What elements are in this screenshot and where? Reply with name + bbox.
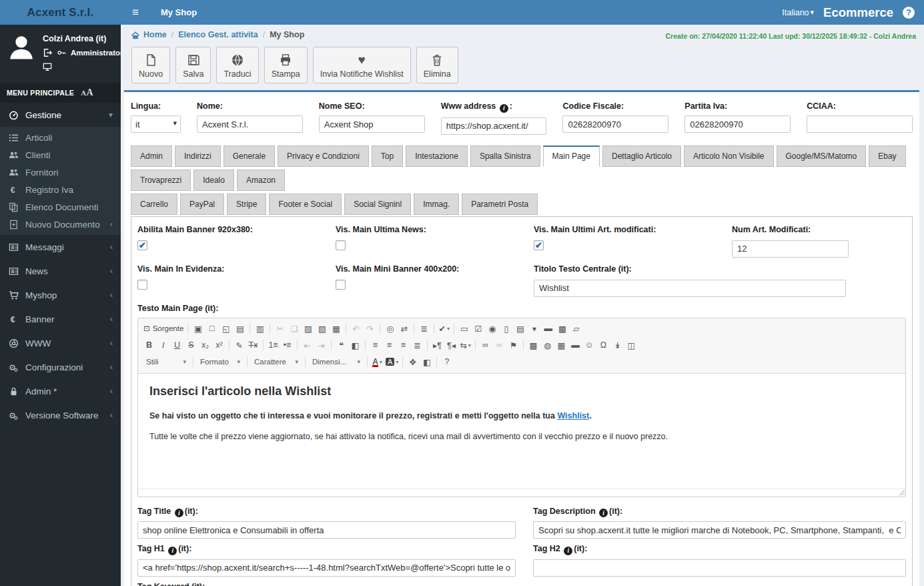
cke-bidi-ltr-icon[interactable]: ▸¶ xyxy=(430,338,444,352)
cke-align-right-icon[interactable]: ≡ xyxy=(396,338,410,352)
editor-content[interactable]: Inserisci l'articolo nella Wishlist Se h… xyxy=(138,374,905,489)
stampa-button[interactable]: Stampa xyxy=(264,47,308,83)
cke-textarea-field-icon[interactable]: ▤ xyxy=(513,322,527,336)
tab-spalla-sinistra[interactable]: Spalla Sinistra xyxy=(470,145,540,167)
cke-paste-word-icon[interactable]: ▦ xyxy=(329,322,343,336)
tab-indirizzi[interactable]: Indirizzi xyxy=(175,145,221,167)
cke-copy-icon[interactable]: ❏ xyxy=(287,322,301,336)
cke-superscript-icon[interactable]: x² xyxy=(212,338,226,352)
cke-templates-icon[interactable]: ▥ xyxy=(253,322,267,336)
cke-table-icon[interactable]: ▦ xyxy=(554,338,568,352)
vis-main-in-evidenza-checkbox[interactable] xyxy=(137,280,147,290)
cke-cut-icon[interactable]: ✂ xyxy=(273,322,287,336)
tab-dettaglio-articolo[interactable]: Dettaglio Articolo xyxy=(602,145,681,167)
breadcrumb-elenco[interactable]: Elenco Gest. attivita xyxy=(178,30,258,39)
cke-about-icon[interactable]: ? xyxy=(440,355,454,369)
sidebar-item-myshop[interactable]: Myshop‹ xyxy=(0,283,121,307)
cke-bidi-rtl-icon[interactable]: ¶◂ xyxy=(444,338,458,352)
cke-new-page-icon[interactable]: □ xyxy=(205,322,219,336)
tab-main-page[interactable]: Main Page xyxy=(543,145,600,167)
cke-copy-format-icon[interactable]: ✎ xyxy=(232,338,246,352)
tab-articolo-non-visibile[interactable]: Articolo Non Visibile xyxy=(684,145,774,167)
cke-page-break-icon[interactable]: ↡ xyxy=(610,338,624,352)
cke-italic-icon[interactable]: I xyxy=(156,338,170,352)
cke-format-combo[interactable]: Formato▾ xyxy=(196,355,244,369)
cke-size-combo[interactable]: Dimensi...▾ xyxy=(308,355,364,369)
cke-paste-icon[interactable]: ▨ xyxy=(301,322,315,336)
vis-main-mini-banner-400x200-checkbox[interactable] xyxy=(336,280,346,290)
cke-font-combo[interactable]: Carattere▾ xyxy=(250,355,302,369)
cke-source-icon[interactable]: ⊡Sorgente xyxy=(142,322,185,336)
cke-image-icon[interactable]: ▩ xyxy=(526,338,540,352)
tab-privacy-e-condizioni[interactable]: Privacy e Condizioni xyxy=(278,145,369,167)
cke-outdent-icon[interactable]: ⇤ xyxy=(300,338,314,352)
tab-footer-e-social[interactable]: Footer e Social xyxy=(269,194,342,215)
cke-numbered-list-icon[interactable]: 1≡ xyxy=(266,338,280,352)
abilita-main-banner-920x380-checkbox[interactable]: ✔ xyxy=(137,240,147,250)
cke-checkbox-field-icon[interactable]: ☑ xyxy=(471,322,485,336)
tab-amazon[interactable]: Amazon xyxy=(237,170,285,191)
cke-align-left-icon[interactable]: ≡ xyxy=(368,338,382,352)
tab-top[interactable]: Top xyxy=(372,145,403,167)
cke-horizontal-rule-icon[interactable]: ▬ xyxy=(568,338,582,352)
cke-remove-format-icon[interactable]: Tx xyxy=(246,338,260,352)
tab-admin[interactable]: Admin xyxy=(131,145,172,167)
cke-bulleted-list-icon[interactable]: •≡ xyxy=(280,338,294,352)
cke-anchor-icon[interactable]: ⚑ xyxy=(506,338,520,352)
invia-notifiche-wishlist-button[interactable]: ♥Invia Notifiche Wishlist xyxy=(313,47,411,83)
sidebar-item-versione-software[interactable]: ⚙⚙Versione Software‹ xyxy=(0,403,121,427)
cke-show-blocks-icon[interactable]: ◧ xyxy=(420,355,434,369)
sidebar-item-admin[interactable]: Admin *‹ xyxy=(0,379,121,403)
cke-indent-icon[interactable]: ⇥ xyxy=(314,338,328,352)
cke-hidden-field-icon[interactable]: ▱ xyxy=(569,322,583,336)
sidebar-item-banner[interactable]: €Banner‹ xyxy=(0,307,121,331)
cke-replace-icon[interactable]: ⇄ xyxy=(397,322,411,336)
cke-bold-icon[interactable]: B xyxy=(142,338,156,352)
sidebar-toggle-icon[interactable]: ≡ xyxy=(121,6,150,19)
monitor-icon[interactable] xyxy=(43,62,52,71)
cke-bg-color-icon[interactable]: A▾ xyxy=(384,355,400,369)
cke-special-char-icon[interactable]: Ω xyxy=(596,338,610,352)
cke-preview-icon[interactable]: ◱ xyxy=(219,322,233,336)
tab-parametri-posta[interactable]: Parametri Posta xyxy=(462,194,538,215)
sidebar-item-messaggi[interactable]: Messaggi‹ xyxy=(0,235,121,259)
traduci-button[interactable]: Traduci xyxy=(216,47,258,83)
cke-radio-field-icon[interactable]: ◉ xyxy=(485,322,499,336)
cke-text-field-icon[interactable]: ▯ xyxy=(499,322,513,336)
tab-ebay[interactable]: Ebay xyxy=(869,145,905,167)
nome-input[interactable] xyxy=(197,115,303,133)
cke-flash-icon[interactable]: ◍ xyxy=(540,338,554,352)
sidebar-item-articoli[interactable]: Articoli xyxy=(0,129,121,146)
sidebar-item-nuovo-documento[interactable]: Nuovo Documento‹ xyxy=(0,216,121,233)
cke-undo-icon[interactable]: ↶ xyxy=(349,322,363,336)
cke-underline-icon[interactable]: U xyxy=(170,338,184,352)
partita-iva-input[interactable] xyxy=(684,115,791,133)
nome-seo-input[interactable] xyxy=(319,115,425,133)
cke-spellcheck-icon[interactable]: ✔▾ xyxy=(437,322,451,336)
sidebar-item-registro-iva[interactable]: €Registro Iva xyxy=(0,181,121,198)
tab-google-ms-matomo[interactable]: Google/MS/Matomo xyxy=(777,145,867,167)
cke-select-all-icon[interactable]: ≣ xyxy=(417,322,431,336)
tab-idealo[interactable]: Idealo xyxy=(193,170,234,191)
cke-text-color-icon[interactable]: A▾ xyxy=(370,355,384,369)
tag-title-input[interactable] xyxy=(137,521,516,539)
elimina-button[interactable]: Elimina xyxy=(416,47,458,83)
cke-subscript-icon[interactable]: x₂ xyxy=(198,338,212,352)
vis-main-ultimi-art-modificati-checkbox[interactable]: ✔ xyxy=(534,240,544,250)
sidebar-item-gestione[interactable]: Gestione▾ xyxy=(0,103,121,127)
tab-paypal[interactable]: PayPal xyxy=(180,194,224,215)
cke-select-field-icon[interactable]: ▾ xyxy=(527,322,541,336)
cke-find-icon[interactable]: ◎ xyxy=(383,322,397,336)
cke-unlink-icon[interactable]: ∞ xyxy=(492,338,506,352)
cke-maximize-icon[interactable]: ✥ xyxy=(406,355,420,369)
vis-main-ultima-news-checkbox[interactable] xyxy=(336,240,346,250)
sidebar-item-news[interactable]: News‹ xyxy=(0,259,121,283)
tab-immag[interactable]: Immag. xyxy=(414,194,459,215)
cke-link-icon[interactable]: ∞ xyxy=(478,338,492,352)
cke-form-icon[interactable]: ▭ xyxy=(457,322,471,336)
cke-save-icon[interactable]: ▣ xyxy=(191,322,205,336)
cke-smiley-icon[interactable]: ☺ xyxy=(582,338,596,352)
lingua-select[interactable]: it xyxy=(131,115,181,133)
cke-image-button-icon[interactable]: ▩ xyxy=(555,322,569,336)
sidebar-item-configurazioni[interactable]: ⚙⚙Configurazioni‹ xyxy=(0,355,121,379)
